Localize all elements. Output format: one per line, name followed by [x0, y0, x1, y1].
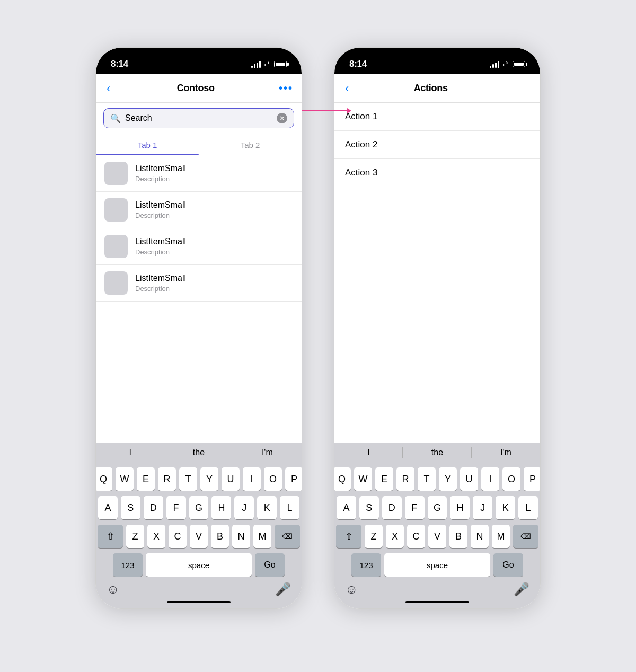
key-f-2[interactable]: F	[405, 496, 425, 519]
action-item-2[interactable]: Action 2	[334, 131, 540, 159]
key-y-2[interactable]: Y	[439, 467, 457, 491]
list-container: ListItemSmall Description ListItemSmall …	[96, 155, 302, 443]
key-r-2[interactable]: R	[396, 467, 414, 491]
key-d-2[interactable]: D	[382, 496, 402, 519]
key-p[interactable]: P	[285, 467, 302, 491]
list-item[interactable]: ListItemSmall Description	[96, 192, 302, 228]
microphone-icon-2[interactable]: 🎤	[514, 582, 529, 597]
key-s[interactable]: S	[121, 496, 140, 519]
key-m-2[interactable]: M	[492, 525, 510, 548]
keyboard-bottom-bar-2: ☺ 🎤	[334, 579, 540, 598]
key-i-2[interactable]: I	[481, 467, 499, 491]
key-e-2[interactable]: E	[375, 467, 393, 491]
key-m[interactable]: M	[253, 525, 271, 548]
back-button-2[interactable]: ‹	[343, 79, 351, 98]
key-l-2[interactable]: L	[518, 496, 538, 519]
key-a-2[interactable]: A	[337, 496, 356, 519]
suggestion-i-2[interactable]: I	[334, 443, 403, 463]
key-l[interactable]: L	[280, 496, 299, 519]
emoji-icon-2[interactable]: ☺	[345, 582, 358, 597]
nav-title-2: Actions	[414, 83, 448, 94]
key-w[interactable]: W	[116, 467, 134, 491]
key-shift[interactable]: ⇧	[98, 525, 123, 548]
suggestion-im[interactable]: I'm	[233, 443, 302, 463]
key-s-2[interactable]: S	[359, 496, 379, 519]
key-z-2[interactable]: Z	[365, 525, 383, 548]
key-t-2[interactable]: T	[418, 467, 436, 491]
phone-1: 8:14 ⇄ ‹ Contoso •••	[95, 47, 302, 609]
action-item-1[interactable]: Action 1	[334, 103, 540, 131]
search-clear-button[interactable]: ✕	[277, 113, 287, 123]
action-item-3[interactable]: Action 3	[334, 159, 540, 187]
key-r[interactable]: R	[158, 467, 176, 491]
key-u[interactable]: U	[222, 467, 240, 491]
tab-1[interactable]: Tab 1	[96, 134, 199, 155]
key-h-2[interactable]: H	[450, 496, 470, 519]
key-n[interactable]: N	[232, 525, 250, 548]
key-shift-2[interactable]: ⇧	[336, 525, 361, 548]
back-button-1[interactable]: ‹	[104, 79, 112, 98]
key-c-2[interactable]: C	[407, 525, 425, 548]
phones-container: 8:14 ⇄ ‹ Contoso •••	[95, 47, 541, 609]
list-item[interactable]: ListItemSmall Description	[96, 228, 302, 265]
suggestion-the-2[interactable]: the	[403, 443, 471, 463]
suggestion-im-2[interactable]: I'm	[472, 443, 540, 463]
key-v[interactable]: V	[190, 525, 208, 548]
key-y[interactable]: Y	[200, 467, 218, 491]
key-k-2[interactable]: K	[496, 496, 515, 519]
key-n-2[interactable]: N	[471, 525, 489, 548]
phone-2-content: ‹ Actions Action 1 Action 2 Action 3 I t…	[334, 74, 540, 608]
key-q-2[interactable]: Q	[334, 467, 351, 491]
key-a[interactable]: A	[98, 496, 118, 519]
key-c[interactable]: C	[169, 525, 187, 548]
key-q[interactable]: Q	[95, 467, 112, 491]
battery-icon	[274, 61, 287, 67]
battery-icon-2	[513, 61, 525, 67]
list-item-desc: Description	[135, 175, 186, 183]
key-backspace-2[interactable]: ⌫	[513, 525, 538, 548]
key-h[interactable]: H	[211, 496, 231, 519]
list-item[interactable]: ListItemSmall Description	[96, 155, 302, 192]
key-i[interactable]: I	[243, 467, 261, 491]
key-o[interactable]: O	[264, 467, 282, 491]
key-g-2[interactable]: G	[428, 496, 447, 519]
search-bar[interactable]: 🔍 ✕	[103, 108, 294, 128]
key-row-3-2: ⇧ Z X C V B N M ⌫	[337, 525, 538, 548]
suggestion-the[interactable]: the	[164, 443, 233, 463]
key-k[interactable]: K	[257, 496, 277, 519]
status-bar-2: 8:14 ⇄	[334, 48, 540, 74]
list-item[interactable]: ListItemSmall Description	[96, 265, 302, 302]
key-j[interactable]: J	[234, 496, 254, 519]
key-x-2[interactable]: X	[386, 525, 404, 548]
key-space[interactable]: space	[146, 553, 252, 577]
nav-title-1: Contoso	[177, 83, 215, 94]
key-go-2[interactable]: Go	[493, 553, 523, 577]
search-input[interactable]	[125, 113, 272, 123]
key-b-2[interactable]: B	[449, 525, 467, 548]
key-123-2[interactable]: 123	[351, 553, 381, 577]
key-f[interactable]: F	[166, 496, 186, 519]
key-p-2[interactable]: P	[524, 467, 541, 491]
key-e[interactable]: E	[137, 467, 155, 491]
key-u-2[interactable]: U	[460, 467, 478, 491]
key-t[interactable]: T	[179, 467, 197, 491]
more-button-1[interactable]: •••	[279, 82, 293, 94]
key-x[interactable]: X	[147, 525, 165, 548]
key-w-2[interactable]: W	[354, 467, 372, 491]
key-d[interactable]: D	[144, 496, 163, 519]
key-b[interactable]: B	[211, 525, 229, 548]
key-g[interactable]: G	[189, 496, 209, 519]
microphone-icon[interactable]: 🎤	[275, 582, 291, 597]
key-o-2[interactable]: O	[502, 467, 520, 491]
suggestion-i[interactable]: I	[96, 443, 164, 463]
tab-2[interactable]: Tab 2	[199, 134, 302, 155]
keyboard-rows-2: Q W E R T Y U I O P A S D	[334, 463, 540, 579]
key-space-2[interactable]: space	[384, 553, 490, 577]
key-backspace[interactable]: ⌫	[275, 525, 300, 548]
key-z[interactable]: Z	[126, 525, 144, 548]
emoji-icon[interactable]: ☺	[107, 582, 120, 597]
key-v-2[interactable]: V	[428, 525, 446, 548]
key-go[interactable]: Go	[255, 553, 285, 577]
key-123[interactable]: 123	[113, 553, 143, 577]
key-j-2[interactable]: J	[473, 496, 492, 519]
